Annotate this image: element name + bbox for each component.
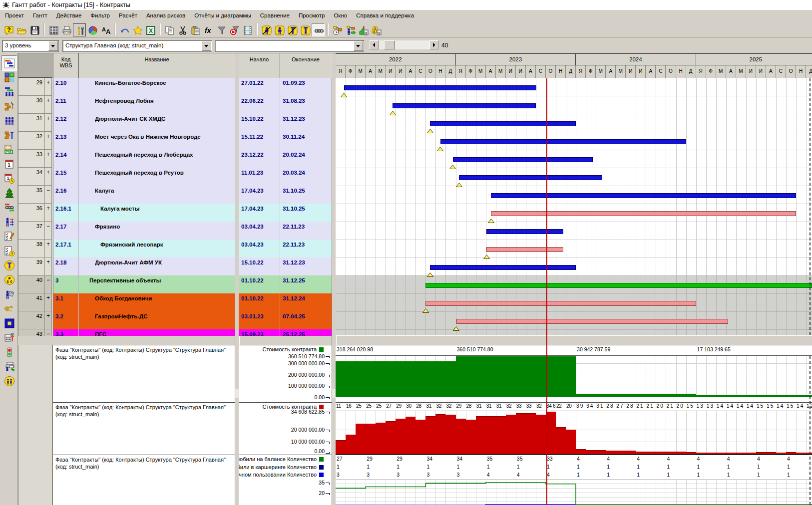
rows-scroll-right-arrow[interactable] <box>429 40 438 49</box>
gantt-bar-blue[interactable] <box>430 265 576 270</box>
cut-button[interactable] <box>176 23 188 35</box>
row-number-cell[interactable]: 32 <box>18 132 45 150</box>
menu-item-8[interactable]: Сравнение <box>259 10 291 18</box>
table-row[interactable]: 3.3ПГС <box>53 329 235 336</box>
row-expander[interactable]: + <box>45 114 52 132</box>
gantt-bar-blue[interactable] <box>459 175 602 180</box>
collapse-icon[interactable]: − <box>45 330 51 336</box>
menu-item-7[interactable]: Отчёты и диаграммы <box>193 10 252 18</box>
save-button[interactable] <box>28 23 40 35</box>
expand-icon[interactable]: + <box>45 258 51 265</box>
gantt-bar-pink[interactable] <box>456 319 729 324</box>
resource-button[interactable] <box>273 23 285 35</box>
row-expander[interactable]: − <box>45 329 52 336</box>
table-row[interactable]: 2.17.1Фрязинский лесопарк <box>53 240 235 258</box>
gantt-bar-blue[interactable] <box>344 85 536 90</box>
menu-item-11[interactable]: Справка и поддержка <box>355 10 415 18</box>
rows-scroll-left-arrow[interactable] <box>370 40 379 49</box>
table-row[interactable]: 3.2ГазпромНефть-ДС <box>53 311 235 330</box>
links-button[interactable] <box>312 23 325 36</box>
help-button[interactable]: ? <box>2 23 14 35</box>
row-expander[interactable]: + <box>45 204 52 222</box>
rows-scrollbar[interactable] <box>370 40 437 49</box>
schedule-network-button[interactable] <box>331 23 343 35</box>
table-row-dates[interactable]: 15.11.2230.11.24 <box>239 132 332 150</box>
tools-button[interactable] <box>73 23 86 36</box>
expand-icon[interactable]: + <box>45 151 51 158</box>
collapse-icon[interactable]: − <box>45 187 51 194</box>
row-expander[interactable]: − <box>45 275 52 293</box>
table-row[interactable]: 2.11Нефтепровод Лобня <box>53 96 235 114</box>
menu-item-9[interactable]: Просмотр <box>298 10 326 18</box>
resource-off-button[interactable] <box>260 23 272 35</box>
row-number-cell[interactable]: 40 <box>18 275 45 293</box>
row-number-cell[interactable]: 41 <box>18 293 45 311</box>
film-button[interactable] <box>241 23 253 35</box>
row-expander[interactable]: − <box>45 222 52 240</box>
expand-icon[interactable]: + <box>45 133 51 140</box>
pie-chart-button[interactable] <box>86 23 98 35</box>
table-row-dates[interactable]: 03.01.2307.04.25 <box>239 311 332 330</box>
row-expander[interactable]: + <box>45 293 52 311</box>
menu-item-2[interactable]: Гантт <box>32 10 48 18</box>
font-button[interactable]: AA <box>99 23 111 35</box>
row-expander[interactable]: + <box>45 150 52 168</box>
table-view-button[interactable] <box>47 23 59 35</box>
expand-icon[interactable]: + <box>45 79 51 86</box>
table-row-dates[interactable]: 22.06.2231.08.23 <box>239 96 332 114</box>
collapse-icon[interactable]: − <box>45 276 51 283</box>
excel-export-button[interactable]: X <box>144 23 156 35</box>
expand-icon[interactable]: + <box>45 294 51 301</box>
row-expander[interactable]: + <box>45 78 52 96</box>
table-row-dates[interactable]: 15.09.2325.12.25 <box>239 329 332 336</box>
table-row[interactable]: 2.15Пешеходный переход в Реутов <box>53 168 235 186</box>
row-number-cell[interactable]: 36 <box>18 204 45 222</box>
extra-combo[interactable] <box>215 40 364 52</box>
gantt-bar-blue[interactable] <box>430 121 576 126</box>
table-row-dates[interactable]: 03.04.2322.11.23 <box>239 240 332 258</box>
menu-item-5[interactable]: Расчёт <box>118 10 138 18</box>
row-number-cell[interactable]: 30 <box>18 96 45 114</box>
filter-remove-button[interactable] <box>228 23 240 35</box>
collapse-icon[interactable]: − <box>45 223 51 230</box>
gantt-bar-blue[interactable] <box>453 157 593 162</box>
expand-icon[interactable]: + <box>45 241 51 248</box>
row-number-cell[interactable]: 31 <box>18 114 45 132</box>
table-row[interactable]: 2.16.1Калуга мосты <box>53 204 235 222</box>
table-row[interactable]: 2.14Пешеходный переход в Люберцах <box>53 150 235 168</box>
row-expander[interactable]: − <box>45 186 52 204</box>
level-combo[interactable]: 3 уровень <box>2 40 59 52</box>
table-row-dates[interactable]: 23.12.2220.02.24 <box>239 150 332 168</box>
table-row-dates[interactable]: 15.10.2231.12.23 <box>239 257 332 276</box>
formula-button[interactable]: fx <box>202 23 214 35</box>
row-number-cell[interactable]: 35 <box>18 186 45 204</box>
menu-item-6[interactable]: Анализ рисков <box>145 10 186 18</box>
row-expander[interactable]: + <box>45 257 52 275</box>
row-expander[interactable]: + <box>45 132 52 150</box>
chevron-down-icon[interactable] <box>354 41 363 51</box>
paste-button[interactable] <box>189 23 201 35</box>
gantt-bar-pink[interactable] <box>486 247 563 252</box>
gantt-bar-pink[interactable] <box>491 211 796 216</box>
row-number-cell[interactable]: 42 <box>18 311 45 329</box>
row-number-cell[interactable]: 43 <box>18 329 45 336</box>
menu-item-4[interactable]: Фильтр <box>89 10 111 18</box>
rows-scroll-thumb[interactable] <box>384 40 395 49</box>
gantt-bar-green[interactable] <box>425 283 812 288</box>
row-number-cell[interactable]: 29 <box>18 78 45 96</box>
row-number-cell[interactable]: 33 <box>18 150 45 168</box>
row-expander[interactable]: + <box>45 168 52 186</box>
row-number-cell[interactable]: 34 <box>18 168 45 186</box>
table-row-dates[interactable]: 15.10.2231.12.23 <box>239 114 332 132</box>
print-button[interactable] <box>60 23 72 35</box>
star-button[interactable] <box>131 23 143 35</box>
expand-icon[interactable]: + <box>45 97 51 104</box>
table-row-dates[interactable]: 01.10.2231.12.24 <box>239 293 332 312</box>
open-folder-button[interactable] <box>15 23 27 35</box>
gantt-bar-blue[interactable] <box>440 139 686 144</box>
menu-item-10[interactable]: Окно <box>333 10 348 18</box>
table-row[interactable]: 2.12Дюртюли-Ачит СК ХМДС <box>53 114 235 132</box>
row-number-cell[interactable]: 38 <box>18 240 45 257</box>
table-row[interactable]: 2.16Калуга <box>53 186 235 204</box>
table-row[interactable]: 2.18Дюртюли-Ачит АФМ УК <box>53 257 235 276</box>
